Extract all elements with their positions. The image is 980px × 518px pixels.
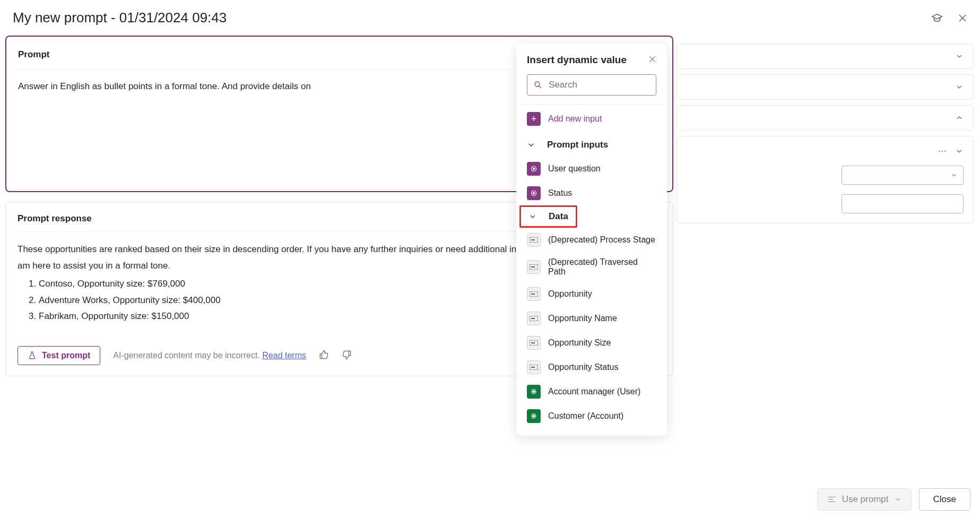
learn-button[interactable] bbox=[931, 12, 943, 24]
close-icon bbox=[648, 55, 656, 63]
close-panel-button[interactable] bbox=[648, 55, 656, 65]
plus-icon: + bbox=[527, 112, 541, 126]
settings-body: ⋯ bbox=[677, 136, 974, 223]
header-actions bbox=[931, 12, 967, 24]
test-prompt-button[interactable]: Test prompt bbox=[18, 346, 100, 365]
read-terms-link[interactable]: Read terms bbox=[262, 351, 306, 360]
svg-rect-4 bbox=[531, 239, 535, 240]
settings-accordion[interactable] bbox=[677, 74, 974, 100]
close-icon bbox=[958, 13, 967, 23]
data-item[interactable]: Opportunity Name bbox=[516, 306, 667, 331]
input-item-user-question[interactable]: User question bbox=[516, 157, 667, 181]
data-item[interactable]: Opportunity Size bbox=[516, 331, 667, 355]
item-label: User question bbox=[548, 164, 601, 174]
data-item[interactable]: Opportunity Status bbox=[516, 355, 667, 379]
item-label: Opportunity Name bbox=[548, 314, 617, 323]
text-field-icon bbox=[527, 360, 541, 374]
chevron-down-icon bbox=[955, 147, 964, 156]
thumbs-up-icon bbox=[319, 350, 329, 360]
settings-accordion[interactable] bbox=[677, 44, 974, 69]
svg-point-0 bbox=[535, 82, 540, 87]
right-settings-column: ⋯ bbox=[677, 44, 974, 229]
item-label: Status bbox=[548, 188, 572, 198]
svg-rect-6 bbox=[531, 266, 535, 267]
chevron-down-icon bbox=[894, 496, 901, 503]
data-item[interactable]: Account manager (User) bbox=[516, 379, 667, 404]
data-item[interactable]: (Deprecated) Process Stage bbox=[516, 228, 667, 252]
test-prompt-label: Test prompt bbox=[42, 351, 90, 360]
ai-disclaimer: AI-generated content may be incorrect. R… bbox=[113, 351, 306, 360]
svg-rect-14 bbox=[531, 367, 535, 368]
settings-select[interactable] bbox=[842, 166, 964, 185]
chevron-down-icon bbox=[528, 212, 537, 221]
search-icon bbox=[533, 80, 543, 90]
section-label: Data bbox=[549, 211, 568, 222]
graduation-cap-icon bbox=[931, 12, 943, 24]
more-icon[interactable]: ⋯ bbox=[938, 146, 948, 156]
item-label: (Deprecated) Traversed Path bbox=[548, 257, 656, 277]
data-item[interactable]: Customer (Account) bbox=[516, 404, 667, 428]
settings-input[interactable] bbox=[842, 194, 964, 213]
dynamic-value-panel: Insert dynamic value + Add new input Pro… bbox=[516, 44, 667, 436]
text-field-icon bbox=[527, 312, 541, 325]
item-label: Opportunity Status bbox=[548, 362, 619, 372]
add-new-input-label: Add new input bbox=[548, 114, 602, 124]
text-field-icon bbox=[527, 233, 541, 247]
item-label: (Deprecated) Process Stage bbox=[548, 235, 655, 245]
chevron-up-icon bbox=[955, 114, 964, 122]
text-field-icon bbox=[527, 260, 541, 274]
svg-rect-12 bbox=[531, 342, 535, 343]
response-panel-title: Prompt response bbox=[18, 213, 92, 224]
close-dialog-button[interactable] bbox=[958, 13, 967, 23]
chevron-down-icon bbox=[955, 52, 964, 61]
header: My new prompt - 01/31/2024 09:43 bbox=[0, 0, 980, 36]
item-label: Account manager (User) bbox=[548, 387, 640, 396]
variable-icon bbox=[527, 186, 541, 200]
chevron-down-icon bbox=[527, 141, 535, 149]
variable-icon bbox=[527, 162, 541, 176]
dynamic-value-title: Insert dynamic value bbox=[527, 54, 627, 66]
search-input[interactable] bbox=[527, 74, 656, 96]
thumbs-up-button[interactable] bbox=[319, 350, 329, 361]
add-new-input-button[interactable]: + Add new input bbox=[516, 105, 667, 133]
flask-icon bbox=[28, 351, 37, 360]
prompt-panel-title: Prompt bbox=[18, 49, 50, 60]
item-label: Opportunity bbox=[548, 289, 592, 299]
svg-rect-8 bbox=[531, 293, 535, 295]
section-data[interactable]: Data bbox=[519, 205, 577, 228]
settings-accordion-open[interactable] bbox=[677, 105, 974, 131]
text-field-icon bbox=[527, 287, 541, 301]
chevron-down-icon bbox=[950, 171, 958, 179]
use-prompt-label: Use prompt bbox=[842, 494, 889, 505]
input-item-status[interactable]: Status bbox=[516, 181, 667, 205]
text-field-icon bbox=[527, 336, 541, 350]
entity-icon bbox=[527, 409, 541, 423]
close-button[interactable]: Close bbox=[919, 488, 970, 511]
entity-icon bbox=[527, 385, 541, 399]
chevron-down-icon bbox=[955, 83, 964, 91]
item-label: Customer (Account) bbox=[548, 411, 623, 421]
section-prompt-inputs[interactable]: Prompt inputs bbox=[516, 133, 667, 157]
page-title: My new prompt - 01/31/2024 09:43 bbox=[13, 10, 227, 26]
use-prompt-button[interactable]: Use prompt bbox=[817, 488, 912, 511]
footer-bar: Use prompt Close bbox=[808, 481, 980, 518]
prompt-icon bbox=[827, 495, 837, 504]
data-item[interactable]: Opportunity bbox=[516, 282, 667, 306]
search-box bbox=[527, 74, 656, 96]
item-label: Opportunity Size bbox=[548, 338, 611, 348]
data-item[interactable]: (Deprecated) Traversed Path bbox=[516, 252, 667, 282]
thumbs-down-icon bbox=[342, 350, 352, 360]
thumbs-down-button[interactable] bbox=[342, 350, 352, 361]
section-label: Prompt inputs bbox=[547, 140, 608, 150]
svg-rect-10 bbox=[531, 318, 535, 319]
